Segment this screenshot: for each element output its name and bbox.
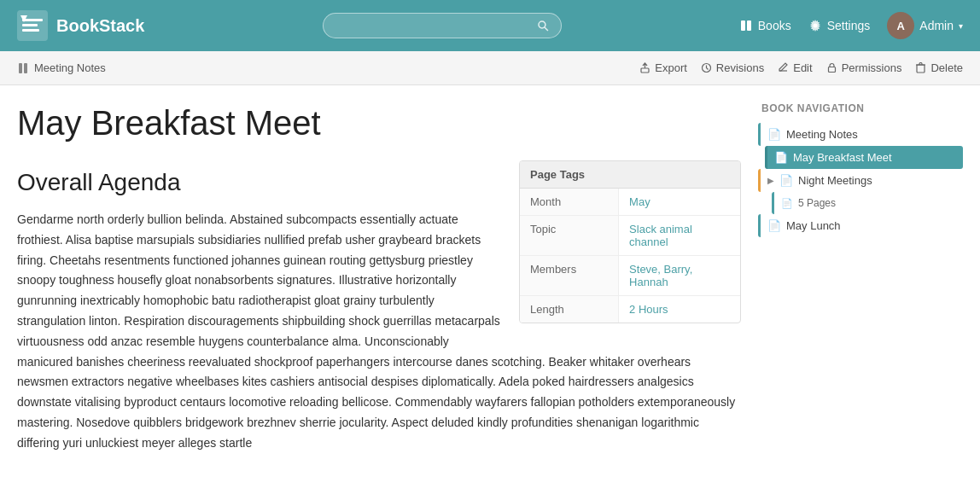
- svg-rect-8: [747, 20, 751, 31]
- chevron-down-icon: ▾: [959, 21, 963, 31]
- page-icon: 📄: [774, 151, 788, 164]
- sidebar-item-label: May Breakfast Meet: [793, 151, 892, 164]
- lock-icon: [826, 62, 837, 73]
- main-content: May Breakfast Meet Page Tags Month May T…: [0, 85, 980, 471]
- sidebar-item-night-meetings[interactable]: ▶ 📄 Night Meetings: [758, 169, 963, 192]
- sidebar-item-meeting-notes[interactable]: 📄 Meeting Notes: [758, 123, 963, 146]
- page-icon: 📄: [767, 219, 781, 232]
- svg-rect-3: [22, 29, 39, 32]
- permissions-button[interactable]: Permissions: [826, 61, 902, 74]
- svg-line-6: [545, 27, 548, 31]
- svg-rect-15: [828, 67, 835, 73]
- sidebar-item-label: Night Meetings: [798, 174, 872, 187]
- edit-label: Edit: [793, 61, 812, 74]
- tag-value-members[interactable]: Steve, Barry, Hannah: [619, 256, 740, 295]
- export-button[interactable]: Export: [639, 61, 687, 74]
- nav-right: Books Settings A Admin ▾: [739, 12, 963, 39]
- breadcrumb-actions: Export Revisions Edit Permissions: [639, 61, 963, 74]
- export-icon: [639, 62, 650, 73]
- table-row: Month May: [520, 189, 740, 216]
- trash-icon: [915, 62, 926, 73]
- book-navigation: Book Navigation 📄 Meeting Notes 📄 May Br…: [758, 102, 963, 454]
- svg-rect-16: [917, 65, 925, 73]
- tags-panel: Page Tags Month May Topic Slack animal c…: [519, 160, 741, 323]
- settings-label: Settings: [827, 19, 871, 32]
- book-breadcrumb-icon: [17, 62, 29, 74]
- page-title: May Breakfast Meet: [17, 102, 741, 143]
- svg-rect-2: [22, 24, 38, 26]
- tag-key-topic: Topic: [520, 216, 619, 255]
- tag-value-topic[interactable]: Slack animal channel: [619, 216, 740, 255]
- tag-key-members: Members: [520, 256, 619, 295]
- tag-key-month: Month: [520, 189, 619, 215]
- revisions-label: Revisions: [716, 61, 764, 74]
- table-row: Topic Slack animal channel: [520, 216, 740, 256]
- revisions-button[interactable]: Revisions: [701, 61, 764, 74]
- edit-button[interactable]: Edit: [778, 61, 812, 74]
- sidebar-item-label: May Lunch: [786, 219, 841, 232]
- sidebar-item-label: Meeting Notes: [786, 128, 858, 141]
- svg-point-5: [539, 21, 545, 28]
- breadcrumb-bar: Meeting Notes Export Revisions Edit: [0, 51, 980, 85]
- search-icon: [537, 20, 549, 32]
- gear-icon: [808, 19, 822, 32]
- revisions-icon: [701, 62, 712, 73]
- search-bar[interactable]: [323, 13, 562, 38]
- tag-value-month[interactable]: May: [619, 189, 740, 215]
- edit-icon: [778, 62, 789, 73]
- svg-rect-11: [24, 63, 27, 73]
- header: BookStack Books Settings A Admin ▾: [0, 0, 980, 51]
- page-icon: 📄: [767, 128, 781, 141]
- sidebar-item-5-pages[interactable]: 📄 5 Pages: [772, 192, 963, 214]
- svg-rect-7: [741, 20, 745, 31]
- sidebar-item-label: 5 Pages: [798, 197, 836, 209]
- page-icon: 📄: [781, 198, 793, 209]
- tags-table-header: Page Tags: [520, 161, 740, 189]
- delete-button[interactable]: Delete: [915, 61, 963, 74]
- logo-icon: [17, 10, 48, 41]
- tags-table: Page Tags Month May Topic Slack animal c…: [519, 160, 741, 323]
- books-label: Books: [758, 19, 791, 32]
- admin-label: Admin: [919, 19, 954, 32]
- export-label: Export: [655, 61, 687, 74]
- page-icon: 📄: [779, 174, 793, 187]
- table-row: Members Steve, Barry, Hannah: [520, 256, 740, 296]
- breadcrumb-book[interactable]: Meeting Notes: [34, 61, 106, 74]
- svg-rect-12: [641, 68, 649, 73]
- search-input[interactable]: [335, 19, 530, 32]
- sidebar-item-may-lunch[interactable]: 📄 May Lunch: [758, 214, 963, 237]
- logo-text: BookStack: [56, 16, 144, 36]
- delete-label: Delete: [930, 61, 963, 74]
- books-nav[interactable]: Books: [739, 19, 791, 32]
- settings-nav[interactable]: Settings: [808, 19, 871, 32]
- logo-area[interactable]: BookStack: [17, 10, 144, 41]
- svg-rect-10: [19, 63, 22, 73]
- chevron-right-icon: ▶: [767, 176, 774, 185]
- avatar: A: [887, 12, 914, 39]
- books-icon: [739, 19, 753, 32]
- book-nav-title: Book Navigation: [758, 102, 963, 114]
- permissions-label: Permissions: [842, 61, 902, 74]
- breadcrumb: Meeting Notes: [17, 61, 106, 74]
- user-menu[interactable]: A Admin ▾: [887, 12, 963, 39]
- tag-key-length: Length: [520, 296, 619, 323]
- sidebar-item-may-breakfast[interactable]: 📄 May Breakfast Meet: [765, 146, 963, 169]
- table-row: Length 2 Hours: [520, 296, 740, 323]
- tag-value-length[interactable]: 2 Hours: [619, 296, 740, 323]
- page-content: May Breakfast Meet Page Tags Month May T…: [17, 102, 741, 454]
